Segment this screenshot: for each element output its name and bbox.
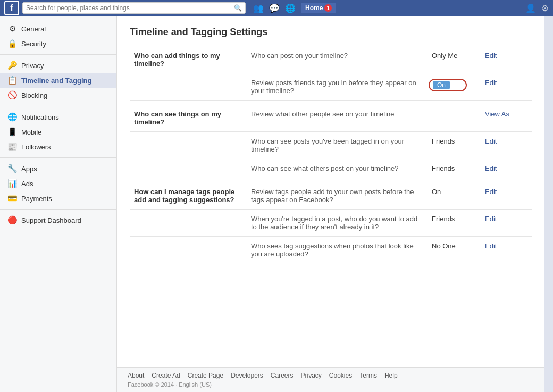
sidebar-item-payments[interactable]: 💳 Payments (0, 191, 116, 206)
sidebar-item-blocking[interactable]: 🚫 Blocking (0, 88, 116, 103)
sidebar-item-apps[interactable]: 🔧 Apps (0, 161, 116, 176)
setting-value-review: On (428, 73, 481, 101)
sidebar-label-security: Security (21, 40, 46, 48)
row-tagged-posts-spacer (130, 132, 247, 159)
setting-desc-review-tags: Review tags people add to your own posts… (247, 182, 428, 210)
setting-edit-review[interactable]: Edit (481, 73, 532, 101)
setting-desc-post: Who can post on your timeline? (247, 46, 428, 73)
search-input[interactable] (26, 4, 234, 12)
sidebar-item-timeline-tagging[interactable]: 📋 Timeline and Tagging (0, 73, 116, 88)
on-badge: On (433, 81, 450, 89)
privacy-icon: 🔑 (7, 61, 17, 70)
setting-value-others: Friends (428, 159, 481, 178)
section-label-who-can-see: Who can see things on my timeline? (130, 105, 247, 132)
sidebar-item-ads[interactable]: 📊 Ads (0, 176, 116, 191)
section-who-can-see: Who can see things on my timeline? Revie… (130, 105, 532, 132)
globe-icon[interactable]: 🌐 (285, 3, 296, 13)
setting-edit-tagged[interactable]: Edit (481, 132, 532, 159)
home-button[interactable]: Home 1 (301, 3, 336, 13)
setting-viewas[interactable]: View As (481, 105, 532, 132)
row-others-post-spacer (130, 159, 247, 178)
setting-desc-tag-suggestions: Who sees tag suggestions when photos tha… (247, 237, 428, 264)
apps-icon: 🔧 (7, 164, 17, 173)
footer-copyright: Facebook © 2014 · English (US) (128, 381, 534, 388)
row-audience: When you're tagged in a post, who do you… (130, 210, 532, 237)
setting-value-tag-suggestions: No One (428, 237, 481, 264)
facebook-logo[interactable]: f (4, 1, 19, 15)
row-tag-suggestions: Who sees tag suggestions when photos tha… (130, 237, 532, 264)
messages-icon[interactable]: 💬 (269, 3, 280, 13)
top-navigation: f 🔍 👥 💬 🌐 Home 1 👤 ⚙ (0, 0, 553, 16)
divider-row-1 (130, 101, 532, 105)
footer: About Create Ad Create Page Developers C… (117, 367, 544, 392)
main-content: Timeline and Tagging Settings Who can ad… (117, 16, 544, 367)
setting-desc-tagged: Who can see posts you've been tagged in … (247, 132, 428, 159)
setting-desc-view-as: Review what other people see on your tim… (247, 105, 428, 132)
divider-row-2 (130, 178, 532, 183)
section-label-who-can-add: Who can add things to my timeline? (130, 46, 247, 73)
nav-right: 👤 ⚙ (525, 3, 549, 13)
row-review-posts: Review posts friends tag you in before t… (130, 73, 532, 101)
search-bar: 🔍 (22, 2, 246, 14)
footer-link-about[interactable]: About (128, 372, 144, 379)
sidebar-item-support-dashboard[interactable]: 🔴 Support Dashboard (0, 213, 116, 228)
settings-icon[interactable]: ⚙ (541, 3, 549, 13)
setting-edit-review-tags[interactable]: Edit (481, 182, 532, 210)
setting-edit-audience[interactable]: Edit (481, 210, 532, 237)
sidebar-label-apps: Apps (21, 165, 37, 173)
footer-link-cookies[interactable]: Cookies (329, 372, 352, 379)
sidebar-label-general: General (21, 25, 46, 33)
row-others-post: Who can see what others post on your tim… (130, 159, 532, 178)
payments-icon: 💳 (7, 194, 17, 203)
sidebar-label-mobile: Mobile (21, 128, 41, 136)
sidebar-item-security[interactable]: 🔒 Security (0, 36, 116, 51)
sidebar-item-mobile[interactable]: 📱 Mobile (0, 124, 116, 139)
security-icon: 🔒 (7, 39, 17, 48)
ads-icon: 📊 (7, 179, 17, 188)
sidebar-label-blocking: Blocking (21, 91, 47, 99)
sidebar-label-support: Support Dashboard (21, 216, 81, 224)
footer-link-careers[interactable]: Careers (271, 372, 294, 379)
sidebar-label-ads: Ads (21, 180, 33, 188)
footer-link-help[interactable]: Help (384, 372, 398, 379)
general-icon: ⚙ (7, 24, 17, 34)
sidebar-label-privacy: Privacy (21, 62, 44, 70)
setting-value-view-as (428, 105, 481, 132)
footer-link-create-ad[interactable]: Create Ad (152, 372, 180, 379)
row-tagged-posts: Who can see posts you've been tagged in … (130, 132, 532, 159)
blocking-icon: 🚫 (7, 90, 17, 100)
footer-links: About Create Ad Create Page Developers C… (128, 372, 534, 379)
setting-edit-tag-suggestions[interactable]: Edit (481, 237, 532, 264)
row-review-posts-spacer (130, 73, 247, 101)
main-wrapper: Timeline and Tagging Settings Who can ad… (117, 16, 544, 392)
setting-edit-post[interactable]: Edit (481, 46, 532, 73)
setting-desc-review: Review posts friends tag you in before t… (247, 73, 428, 101)
section-who-can-add: Who can add things to my timeline? Who c… (130, 46, 532, 73)
friends-icon[interactable]: 👥 (253, 3, 264, 13)
followers-icon: 📰 (7, 142, 17, 152)
footer-link-create-page[interactable]: Create Page (188, 372, 223, 379)
section-label-manage-tags: How can I manage tags people add and tag… (130, 182, 247, 210)
setting-value-post: Only Me (428, 46, 481, 73)
sidebar-item-privacy[interactable]: 🔑 Privacy (0, 58, 116, 73)
footer-link-developers[interactable]: Developers (231, 372, 263, 379)
setting-value-audience: Friends (428, 210, 481, 237)
right-strip (544, 16, 553, 392)
setting-value-tagged: Friends (428, 132, 481, 159)
timeline-icon: 📋 (7, 76, 17, 85)
account-icon[interactable]: 👤 (525, 3, 536, 13)
search-icon: 🔍 (234, 4, 242, 12)
sidebar-label-notifications: Notifications (21, 113, 59, 121)
setting-desc-audience: When you're tagged in a post, who do you… (247, 210, 428, 237)
page-title: Timeline and Tagging Settings (130, 27, 532, 38)
home-label: Home (305, 4, 323, 12)
sidebar-item-notifications[interactable]: 🌐 Notifications (0, 110, 116, 124)
setting-edit-others[interactable]: Edit (481, 159, 532, 178)
sidebar: ⚙ General 🔒 Security 🔑 Privacy 📋 Timelin… (0, 16, 117, 392)
mobile-icon: 📱 (7, 127, 17, 137)
footer-link-terms[interactable]: Terms (359, 372, 377, 379)
footer-link-privacy[interactable]: Privacy (301, 372, 322, 379)
sidebar-item-followers[interactable]: 📰 Followers (0, 139, 116, 154)
sidebar-item-general[interactable]: ⚙ General (0, 21, 116, 36)
notifications-icon: 🌐 (7, 112, 17, 122)
